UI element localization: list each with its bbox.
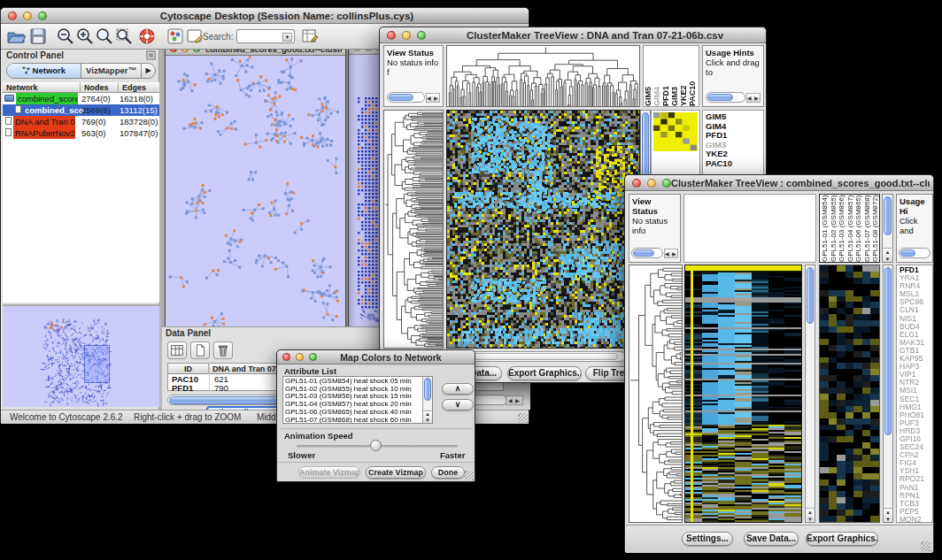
chevron-down-icon[interactable]: ▼ (282, 33, 292, 42)
tv2-button-export-graphics---[interactable]: Export Graphics... (806, 532, 878, 546)
tab-network[interactable]: Network (7, 64, 81, 78)
tabs-overflow-button[interactable]: ▶ (141, 64, 155, 78)
usage-hints-scrollbar[interactable]: ◀ ▶ (706, 92, 761, 104)
tv2-gene-vscrollbar[interactable]: ▲▼ (883, 265, 893, 523)
zoom-window-icon[interactable] (417, 31, 426, 40)
column-header-edges[interactable]: Edges (119, 82, 159, 93)
network-window-1-titlebar[interactable]: combined_scores_good.txt--cluste... (166, 50, 345, 56)
heatmap-column-label[interactable]: GPL51-03 (GSM856) (838, 195, 846, 262)
tv2-button-settings---[interactable]: Settings... (682, 532, 733, 546)
zoom-in-icon[interactable] (75, 27, 95, 46)
view-status-scrollbar[interactable]: ◀ ▶ (387, 92, 440, 104)
resize-grip[interactable] (464, 471, 474, 480)
dialog-titlebar[interactable]: Map Colors to Network (277, 350, 475, 364)
tv1-button-export-graphics---[interactable]: Export Graphics... (507, 366, 582, 380)
tv1-heatmap[interactable] (446, 110, 640, 349)
view-status-scrollbar[interactable]: ◀ ▶ (631, 248, 678, 259)
heatmap-row-label[interactable]: GIM5 (706, 112, 763, 122)
tv2-heatmap[interactable] (684, 265, 802, 523)
resize-grip[interactable] (518, 413, 528, 423)
help-lifering-icon[interactable] (137, 27, 157, 46)
scroll-arrows-icon[interactable]: ▲▼ (883, 248, 892, 262)
search-input[interactable]: ▼ (236, 29, 295, 43)
tv1-column-dendrogram[interactable] (446, 45, 640, 107)
close-icon[interactable] (632, 179, 641, 188)
network-table-row[interactable]: combined_scores2764(0)16218(0) (3, 93, 159, 104)
zoom-out-icon[interactable] (56, 27, 75, 46)
heatmap-row-label[interactable]: PFD1 (706, 131, 763, 141)
minimize-icon[interactable] (23, 12, 32, 20)
delete-attribute-trash-icon[interactable] (213, 341, 233, 359)
heatmap-row-label[interactable]: YKE2 (706, 150, 763, 159)
network-table-row[interactable]: combined_sco2569(6)13112(15) (3, 104, 159, 116)
animate-vizmap-button[interactable]: Animate Vizmap (298, 466, 360, 479)
tv2-heatmap-vscrollbar[interactable]: ▲▼ (805, 265, 815, 523)
zoom-fit-icon[interactable] (114, 27, 134, 46)
tv1-row-dendrogram[interactable] (383, 110, 444, 349)
minimize-icon[interactable] (402, 31, 411, 40)
network-table-row[interactable]: DNA and Tran 07769(0)183728(0) (3, 116, 159, 127)
attribute-table-icon[interactable] (167, 341, 187, 359)
minimize-icon[interactable] (647, 179, 656, 188)
heatmap-column-label[interactable]: YKE2 (679, 46, 688, 106)
heatmap-column-label[interactable]: GPL51-04 (GSM857) (846, 195, 855, 262)
attribute-item[interactable]: GPL51-07 (GSM868) heat shock 60 min (285, 417, 432, 424)
create-vizmap-button[interactable]: Create Vizmap (366, 466, 426, 479)
move-down-button[interactable]: ∨ (442, 399, 474, 410)
minimize-icon[interactable] (181, 50, 189, 52)
tv2-column-dendrogram[interactable] (683, 194, 816, 263)
close-icon[interactable] (387, 31, 396, 40)
open-file-icon[interactable] (6, 27, 26, 46)
zoom-window-icon[interactable] (38, 12, 47, 20)
done-button[interactable]: Done (431, 466, 465, 479)
close-icon[interactable] (170, 50, 177, 52)
id-column-header[interactable]: ID (168, 364, 209, 374)
close-icon[interactable] (8, 12, 17, 20)
scroll-arrows-icon[interactable]: ▲▼ (884, 508, 892, 522)
table-edit-icon[interactable] (300, 27, 320, 46)
minimize-icon[interactable] (296, 353, 304, 361)
move-up-button[interactable]: ∧ (442, 383, 474, 395)
network-overview-canvas[interactable] (3, 306, 158, 407)
heatmap-column-label[interactable]: PAC10 (688, 46, 697, 106)
close-icon[interactable] (353, 50, 360, 51)
scroll-arrows-icon[interactable]: ▲▼ (423, 410, 432, 423)
heatmap-column-label[interactable]: GIM5 (644, 46, 652, 106)
zoom-window-icon[interactable] (662, 179, 671, 188)
tv2-row-dendrogram[interactable] (629, 265, 683, 523)
scroll-arrows-icon[interactable]: ◀ ▶ (506, 395, 523, 405)
attribute-list-scrollbar[interactable]: ▲▼ (422, 377, 432, 423)
close-icon[interactable] (282, 353, 290, 361)
zoom-selected-icon[interactable] (95, 27, 114, 46)
main-titlebar[interactable]: Cytoscape Desktop (Session Name: collins… (1, 8, 529, 24)
heatmap-column-label[interactable]: GIM3 (670, 46, 679, 106)
vizmapper-icon[interactable] (166, 27, 185, 46)
tv2-zoom-heatmap[interactable] (819, 265, 880, 523)
zoom-window-icon[interactable] (193, 50, 200, 52)
heatmap-column-label[interactable]: PFD1 (661, 46, 670, 106)
scroll-arrows-icon[interactable]: ▲▼ (806, 508, 815, 522)
gene-label[interactable]: MON2 (900, 516, 932, 523)
row-value[interactable]: 790 (214, 383, 228, 393)
scroll-arrows-icon[interactable]: ◀ ▶ (664, 249, 678, 258)
heatmap-column-label[interactable]: GPL51-07 (GSM868) (863, 195, 872, 262)
treeview2-titlebar[interactable]: ClusterMaker TreeView : combined_scores_… (625, 175, 933, 191)
minimize-icon[interactable] (365, 50, 372, 51)
usage-hints-scrollbar[interactable] (899, 248, 930, 259)
heatmap-column-label[interactable]: GPL51-06 (GSM865) (854, 195, 863, 262)
new-attribute-icon[interactable] (190, 341, 210, 359)
column-header-network[interactable]: Network (3, 82, 81, 93)
scroll-arrows-icon[interactable]: ◀ ▶ (426, 93, 440, 103)
save-icon[interactable] (28, 27, 48, 46)
column-header-nodes[interactable]: Nodes (81, 82, 119, 93)
heatmap-column-label[interactable]: GPL51-01 (GSM854) (821, 195, 830, 262)
treeview1-titlebar[interactable]: ClusterMaker TreeView : DNA and Tran 07-… (380, 27, 766, 43)
attribute-list[interactable]: GPL51-01 (GSM854) heat shock 05 minGPL51… (282, 376, 433, 424)
float-panel-icon[interactable] (146, 50, 156, 60)
heatmap-column-label[interactable]: GIM4 (652, 46, 661, 106)
resize-grip[interactable] (921, 541, 930, 551)
network-canvas-1[interactable] (166, 56, 345, 334)
heatmap-column-label[interactable]: GPL51-02 (GSM855) (830, 195, 838, 262)
tv2-button-save-data---[interactable]: Save Data... (744, 532, 799, 546)
network-table-row[interactable]: RNAPuberNov2+563(0)107847(0) (3, 127, 159, 139)
